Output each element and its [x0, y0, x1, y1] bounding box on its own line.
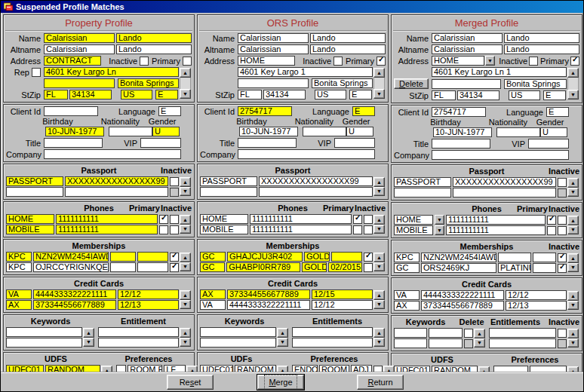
merged-passport-type[interactable]: PASSPORT	[394, 177, 451, 187]
property-passport-number[interactable]	[65, 187, 168, 197]
scroll-up-icon[interactable]	[180, 253, 191, 262]
property-passport-inactive-checkbox[interactable]	[170, 177, 179, 186]
ors-address1-field[interactable]: 4601 Key Largo 1	[238, 67, 373, 77]
merged-country-field[interactable]: US	[509, 90, 540, 100]
ors-state-field[interactable]: FL	[238, 90, 262, 100]
property-rep-checkbox[interactable]	[32, 68, 41, 77]
scroll-down-icon[interactable]	[373, 225, 385, 234]
scroll-down-icon[interactable]	[474, 338, 485, 348]
property-address-type-field[interactable]: CONTRACT	[44, 56, 101, 66]
merged-keyword[interactable]	[394, 328, 427, 338]
merged-membership-level[interactable]	[498, 253, 531, 262]
ors-name-first-field[interactable]: Lando	[310, 33, 386, 43]
ors-phone-inactive-checkbox[interactable]	[364, 225, 373, 234]
ors-address-type-field[interactable]: HOME	[238, 56, 295, 66]
property-phone-inactive-checkbox[interactable]	[170, 225, 179, 234]
ors-keyword[interactable]	[200, 327, 276, 337]
scroll-down-icon[interactable]	[567, 338, 579, 348]
merged-birthday-field[interactable]: 10-JUN-1977	[433, 127, 492, 137]
delete-address-button[interactable]: Delete	[394, 78, 429, 89]
scroll-up-icon[interactable]	[567, 329, 579, 338]
ors-altname-first-field[interactable]: Lando	[310, 44, 386, 54]
merged-membership-expiry[interactable]	[533, 253, 556, 262]
merged-membership-level[interactable]: PLATINU	[498, 263, 531, 273]
phone-type-dropdown-icon[interactable]: ▼	[435, 215, 444, 225]
ors-phone-primary-checkbox[interactable]	[353, 215, 362, 224]
merged-phone-primary-checkbox[interactable]	[547, 216, 556, 225]
property-membership-active-checkbox[interactable]	[170, 263, 179, 272]
ors-membership-level[interactable]: GOLD	[302, 262, 327, 272]
merged-name-last-field[interactable]: Calarissian	[432, 33, 503, 43]
ors-membership-level[interactable]: GOLD	[304, 252, 330, 262]
ors-card-expiry[interactable]: 12/15	[312, 289, 373, 299]
ors-zip-field[interactable]: 34134	[263, 90, 306, 100]
ors-city-field[interactable]: Bonita Springs	[312, 78, 373, 88]
property-membership-number[interactable]: NZN2WM2454IAWD83	[33, 252, 109, 262]
property-language-field[interactable]: E	[158, 106, 181, 116]
merged-altname-last-field[interactable]: Calarissian	[432, 44, 503, 54]
scroll-up-icon[interactable]	[373, 215, 385, 225]
scrollbar-track[interactable]	[567, 78, 579, 90]
reset-button[interactable]: Reset	[167, 375, 214, 390]
ors-membership-expiry[interactable]	[331, 252, 362, 262]
ors-membership-number[interactable]: GHABPI0RR789	[226, 262, 300, 272]
property-country-field[interactable]: US	[121, 90, 152, 100]
merged-keyword-value[interactable]	[429, 338, 463, 348]
ors-title-field[interactable]	[238, 138, 297, 148]
merged-address-inactive-checkbox[interactable]	[529, 57, 538, 66]
property-company-field[interactable]	[44, 149, 181, 159]
merged-card-expiry[interactable]: 12/13	[506, 301, 567, 311]
property-entitlement[interactable]	[98, 338, 179, 348]
scroll-up-icon[interactable]	[373, 328, 385, 338]
property-city-field[interactable]: Bonita Springs	[118, 78, 179, 88]
merged-membership-number[interactable]: NZN2WM2454IAWD83	[421, 253, 496, 262]
property-phone-number[interactable]: 1111111111	[56, 225, 158, 234]
ors-birthday-field[interactable]: 10-JUN-1977	[239, 127, 298, 136]
ors-passport-type[interactable]	[200, 187, 257, 197]
merged-address1-field[interactable]: 4601 Key Largo Ln 1	[432, 67, 567, 77]
ors-region-field[interactable]: E	[349, 90, 372, 100]
scroll-down-icon[interactable]	[277, 338, 288, 348]
property-membership-level[interactable]	[110, 262, 136, 272]
property-entitlement[interactable]	[98, 327, 179, 337]
property-phone-type[interactable]: HOME	[6, 214, 54, 224]
property-phone-primary-checkbox[interactable]	[159, 215, 168, 224]
merged-entitlement-inactive-checkbox[interactable]	[558, 329, 567, 338]
ors-client-id-field[interactable]: 2754717	[238, 106, 292, 116]
ors-phone-type[interactable]: MOBILE	[200, 225, 248, 234]
ors-language-field[interactable]: E	[352, 106, 375, 116]
merged-membership-active-checkbox[interactable]	[558, 264, 567, 273]
property-membership-expiry[interactable]	[137, 252, 168, 262]
scroll-down-icon[interactable]	[180, 225, 191, 234]
scroll-up-icon[interactable]	[180, 177, 191, 187]
ors-altname-last-field[interactable]: Calarissian	[238, 44, 309, 54]
merged-membership-active-checkbox[interactable]	[558, 253, 567, 262]
merged-keyword[interactable]	[394, 338, 427, 348]
merged-card-type[interactable]: AX	[394, 301, 420, 311]
ors-country-field[interactable]: US	[315, 90, 346, 100]
merged-entitlement-inactive-checkbox[interactable]	[558, 339, 567, 348]
property-keyword[interactable]	[6, 327, 82, 337]
merge-button[interactable]: Merge	[257, 375, 304, 390]
merged-zip-field[interactable]: 34134	[457, 90, 499, 100]
merged-altname-first-field[interactable]: Lando	[504, 44, 579, 54]
property-membership-type[interactable]: KPC	[6, 262, 32, 272]
property-title-field[interactable]	[44, 138, 103, 148]
scrollbar-track[interactable]	[373, 78, 385, 89]
merged-phone-type[interactable]: HOME	[394, 215, 433, 225]
scroll-up-icon[interactable]	[373, 290, 385, 300]
ors-membership-expiry[interactable]: 02/2015	[328, 262, 362, 272]
scroll-down-icon[interactable]	[180, 338, 191, 348]
scroll-up-icon[interactable]	[180, 290, 191, 300]
property-name-last-field[interactable]: Calarissian	[44, 33, 115, 43]
merged-phone-inactive-checkbox[interactable]	[558, 226, 567, 235]
property-phone-type[interactable]: MOBILE	[6, 225, 54, 234]
ors-phone-inactive-checkbox[interactable]	[364, 215, 373, 224]
property-nationality-field[interactable]	[109, 127, 152, 136]
merged-client-id-field[interactable]: 2754717	[432, 107, 486, 117]
merged-entitlement[interactable]	[489, 328, 556, 338]
ors-membership-active-checkbox[interactable]	[364, 253, 373, 262]
merged-membership-expiry[interactable]	[533, 263, 556, 273]
scroll-down-icon[interactable]	[373, 89, 385, 99]
ors-company-field[interactable]	[238, 149, 375, 159]
